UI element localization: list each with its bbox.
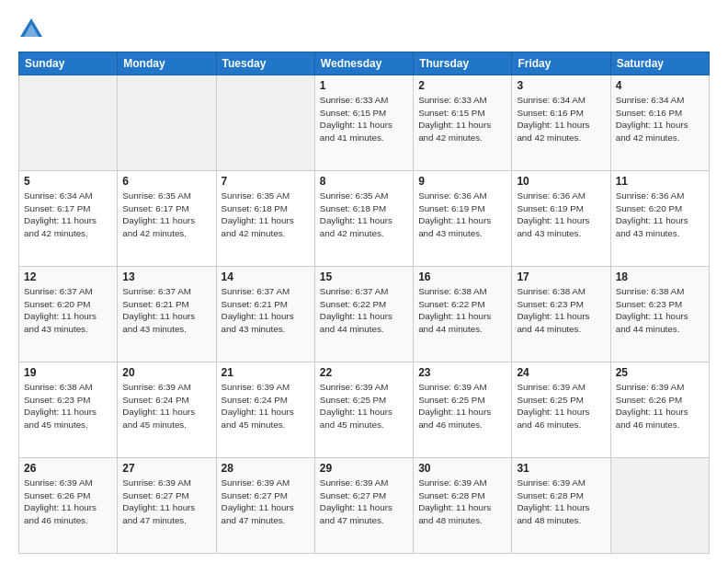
calendar-cell: 5Sunrise: 6:34 AM Sunset: 6:17 PM Daylig… (19, 171, 118, 267)
day-number: 28 (222, 462, 310, 475)
logo (18, 17, 48, 42)
day-number: 7 (222, 175, 310, 188)
day-info: Sunrise: 6:36 AM Sunset: 6:19 PM Dayligh… (517, 190, 605, 240)
calendar-cell: 13Sunrise: 6:37 AM Sunset: 6:21 PM Dayli… (118, 267, 216, 362)
calendar-cell: 9Sunrise: 6:36 AM Sunset: 6:19 PM Daylig… (414, 171, 512, 267)
day-number: 19 (24, 366, 112, 379)
calendar-cell: 16Sunrise: 6:38 AM Sunset: 6:22 PM Dayli… (414, 267, 512, 362)
day-number: 31 (517, 462, 605, 475)
calendar-cell: 25Sunrise: 6:39 AM Sunset: 6:26 PM Dayli… (610, 362, 709, 458)
day-info: Sunrise: 6:36 AM Sunset: 6:20 PM Dayligh… (616, 190, 704, 240)
day-number: 22 (320, 366, 408, 379)
day-number: 12 (24, 270, 112, 283)
calendar-cell: 20Sunrise: 6:39 AM Sunset: 6:24 PM Dayli… (118, 362, 216, 458)
column-header-tuesday: Tuesday (216, 52, 314, 75)
day-info: Sunrise: 6:36 AM Sunset: 6:19 PM Dayligh… (418, 190, 506, 240)
calendar-cell (610, 458, 709, 554)
week-row-2: 5Sunrise: 6:34 AM Sunset: 6:17 PM Daylig… (19, 171, 710, 267)
day-info: Sunrise: 6:34 AM Sunset: 6:17 PM Dayligh… (24, 190, 112, 240)
day-info: Sunrise: 6:35 AM Sunset: 6:18 PM Dayligh… (222, 190, 310, 240)
day-info: Sunrise: 6:38 AM Sunset: 6:23 PM Dayligh… (517, 285, 605, 336)
calendar-cell: 6Sunrise: 6:35 AM Sunset: 6:17 PM Daylig… (118, 171, 216, 267)
day-number: 16 (418, 270, 506, 283)
day-number: 2 (418, 79, 506, 92)
day-number: 29 (320, 462, 408, 475)
calendar-cell: 11Sunrise: 6:36 AM Sunset: 6:20 PM Dayli… (610, 171, 709, 267)
calendar-cell: 24Sunrise: 6:39 AM Sunset: 6:25 PM Dayli… (512, 362, 610, 458)
day-info: Sunrise: 6:38 AM Sunset: 6:23 PM Dayligh… (616, 285, 704, 336)
calendar-cell: 22Sunrise: 6:39 AM Sunset: 6:25 PM Dayli… (314, 362, 413, 458)
calendar-cell: 12Sunrise: 6:37 AM Sunset: 6:20 PM Dayli… (19, 267, 118, 362)
day-info: Sunrise: 6:37 AM Sunset: 6:20 PM Dayligh… (24, 285, 112, 336)
day-number: 11 (616, 175, 704, 188)
week-row-1: 1Sunrise: 6:33 AM Sunset: 6:15 PM Daylig… (19, 75, 710, 171)
day-info: Sunrise: 6:38 AM Sunset: 6:23 PM Dayligh… (24, 381, 112, 431)
calendar-cell: 21Sunrise: 6:39 AM Sunset: 6:24 PM Dayli… (216, 362, 314, 458)
calendar-cell: 14Sunrise: 6:37 AM Sunset: 6:21 PM Dayli… (216, 267, 314, 362)
calendar-cell: 28Sunrise: 6:39 AM Sunset: 6:27 PM Dayli… (216, 458, 314, 554)
day-info: Sunrise: 6:34 AM Sunset: 6:16 PM Dayligh… (616, 94, 704, 144)
page: SundayMondayTuesdayWednesdayThursdayFrid… (0, 0, 728, 563)
week-row-3: 12Sunrise: 6:37 AM Sunset: 6:20 PM Dayli… (19, 267, 710, 362)
calendar-cell: 15Sunrise: 6:37 AM Sunset: 6:22 PM Dayli… (314, 267, 413, 362)
day-info: Sunrise: 6:37 AM Sunset: 6:21 PM Dayligh… (122, 285, 210, 336)
day-info: Sunrise: 6:39 AM Sunset: 6:25 PM Dayligh… (418, 381, 506, 431)
day-info: Sunrise: 6:33 AM Sunset: 6:15 PM Dayligh… (320, 94, 408, 144)
day-number: 20 (122, 366, 210, 379)
day-number: 15 (320, 270, 408, 283)
day-info: Sunrise: 6:39 AM Sunset: 6:27 PM Dayligh… (122, 477, 210, 527)
calendar-cell (216, 75, 314, 171)
calendar-cell (19, 75, 118, 171)
day-info: Sunrise: 6:37 AM Sunset: 6:22 PM Dayligh… (320, 285, 408, 336)
header (18, 17, 710, 42)
day-info: Sunrise: 6:39 AM Sunset: 6:25 PM Dayligh… (320, 381, 408, 431)
day-number: 4 (616, 79, 704, 92)
day-number: 25 (616, 366, 704, 379)
day-info: Sunrise: 6:39 AM Sunset: 6:24 PM Dayligh… (122, 381, 210, 431)
logo-icon (18, 17, 44, 42)
calendar-cell: 30Sunrise: 6:39 AM Sunset: 6:28 PM Dayli… (414, 458, 512, 554)
day-number: 24 (517, 366, 605, 379)
calendar-cell: 8Sunrise: 6:35 AM Sunset: 6:18 PM Daylig… (314, 171, 413, 267)
week-row-4: 19Sunrise: 6:38 AM Sunset: 6:23 PM Dayli… (19, 362, 710, 458)
day-info: Sunrise: 6:39 AM Sunset: 6:27 PM Dayligh… (320, 477, 408, 527)
column-header-sunday: Sunday (19, 52, 118, 75)
calendar-cell: 3Sunrise: 6:34 AM Sunset: 6:16 PM Daylig… (512, 75, 610, 171)
calendar-cell: 29Sunrise: 6:39 AM Sunset: 6:27 PM Dayli… (314, 458, 413, 554)
week-row-5: 26Sunrise: 6:39 AM Sunset: 6:26 PM Dayli… (19, 458, 710, 554)
day-number: 30 (418, 462, 506, 475)
calendar-cell: 23Sunrise: 6:39 AM Sunset: 6:25 PM Dayli… (414, 362, 512, 458)
day-info: Sunrise: 6:33 AM Sunset: 6:15 PM Dayligh… (418, 94, 506, 144)
day-info: Sunrise: 6:34 AM Sunset: 6:16 PM Dayligh… (517, 94, 605, 144)
calendar-cell: 31Sunrise: 6:39 AM Sunset: 6:28 PM Dayli… (512, 458, 610, 554)
day-info: Sunrise: 6:35 AM Sunset: 6:18 PM Dayligh… (320, 190, 408, 240)
day-number: 1 (320, 79, 408, 92)
day-number: 9 (418, 175, 506, 188)
day-number: 18 (616, 270, 704, 283)
day-info: Sunrise: 6:39 AM Sunset: 6:28 PM Dayligh… (418, 477, 506, 527)
column-header-thursday: Thursday (414, 52, 512, 75)
column-header-wednesday: Wednesday (314, 52, 413, 75)
day-number: 13 (122, 270, 210, 283)
calendar-cell (118, 75, 216, 171)
column-header-friday: Friday (512, 52, 610, 75)
day-info: Sunrise: 6:39 AM Sunset: 6:24 PM Dayligh… (222, 381, 310, 431)
day-number: 6 (122, 175, 210, 188)
day-number: 10 (517, 175, 605, 188)
day-info: Sunrise: 6:35 AM Sunset: 6:17 PM Dayligh… (122, 190, 210, 240)
day-number: 27 (122, 462, 210, 475)
day-info: Sunrise: 6:38 AM Sunset: 6:22 PM Dayligh… (418, 285, 506, 336)
calendar-cell: 7Sunrise: 6:35 AM Sunset: 6:18 PM Daylig… (216, 171, 314, 267)
day-info: Sunrise: 6:37 AM Sunset: 6:21 PM Dayligh… (222, 285, 310, 336)
calendar-cell: 4Sunrise: 6:34 AM Sunset: 6:16 PM Daylig… (610, 75, 709, 171)
day-number: 23 (418, 366, 506, 379)
calendar-cell: 1Sunrise: 6:33 AM Sunset: 6:15 PM Daylig… (314, 75, 413, 171)
calendar-cell: 19Sunrise: 6:38 AM Sunset: 6:23 PM Dayli… (19, 362, 118, 458)
day-info: Sunrise: 6:39 AM Sunset: 6:26 PM Dayligh… (24, 477, 112, 527)
day-number: 21 (222, 366, 310, 379)
day-number: 5 (24, 175, 112, 188)
calendar-cell: 26Sunrise: 6:39 AM Sunset: 6:26 PM Dayli… (19, 458, 118, 554)
day-number: 14 (222, 270, 310, 283)
day-number: 8 (320, 175, 408, 188)
day-number: 17 (517, 270, 605, 283)
